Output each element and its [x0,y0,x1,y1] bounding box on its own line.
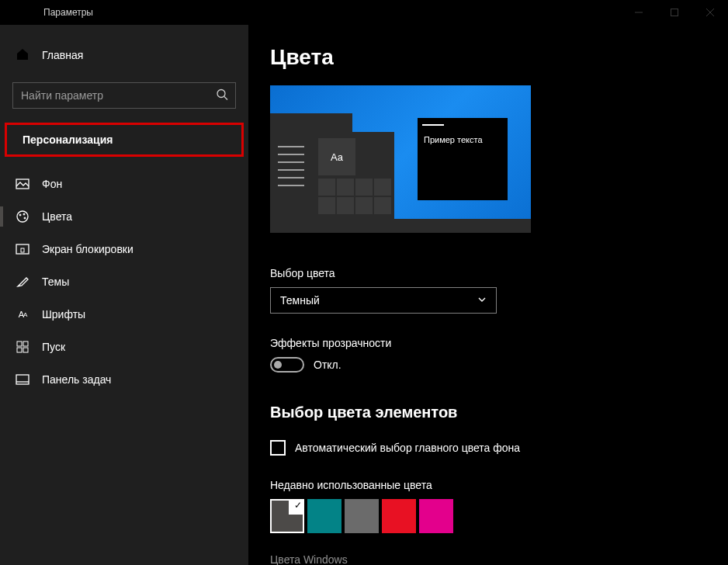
auto-color-checkbox[interactable] [270,440,286,456]
transparency-label: Эффекты прозрачности [270,337,728,349]
page-title: Цвета [270,45,728,70]
transparency-toggle[interactable] [270,357,304,373]
svg-rect-17 [16,375,29,384]
preview-aa-tile: Aa [318,138,355,175]
color-swatch[interactable] [382,499,416,533]
chevron-down-icon [477,294,487,307]
brush-icon [16,275,29,289]
windows-colors-label: Цвета Windows [270,553,728,565]
font-icon: AA [16,307,29,321]
color-swatch[interactable] [270,499,304,533]
nav-label: Шрифты [42,308,85,321]
home-icon [16,47,29,64]
minimize-button[interactable] [621,0,657,25]
nav-label: Цвета [42,210,72,223]
svg-rect-14 [23,341,28,346]
sidebar-item-background[interactable]: Фон [0,168,248,200]
nav-label: Фон [42,178,62,190]
color-mode-value: Темный [280,294,320,307]
sidebar-item-taskbar[interactable]: Панель задач [0,363,248,396]
svg-rect-16 [23,348,28,352]
search-field[interactable] [12,82,236,109]
color-swatch[interactable] [419,499,453,533]
nav-label: Темы [42,276,69,288]
picture-icon [16,177,29,191]
maximize-button[interactable] [657,0,692,25]
svg-point-9 [23,213,25,215]
sidebar-item-colors[interactable]: Цвета [0,200,248,233]
preview-start-menu: Aa [270,132,394,219]
auto-color-label: Автоматический выбор главного цвета фона [295,442,520,454]
preview-window: Пример текста [418,118,508,200]
svg-rect-12 [21,248,24,252]
nav-label: Пуск [42,341,65,353]
sidebar-item-fonts[interactable]: AA Шрифты [0,298,248,331]
search-input[interactable] [12,82,236,109]
recent-colors-label: Недавно использованные цвета [270,479,728,491]
sidebar: Главная Персонализация Фон Цвета Экран б… [0,25,248,565]
window-title: Параметры [43,7,93,18]
sidebar-item-start[interactable]: Пуск [0,331,248,363]
accent-heading: Выбор цвета элементов [270,404,728,421]
section-label: Персонализация [23,133,113,146]
section-personalization[interactable]: Персонализация [5,123,244,157]
nav-label: Экран блокировки [42,243,133,255]
window-buttons [621,0,728,25]
preview-sample-text: Пример текста [424,135,483,144]
nav-label: Панель задач [42,373,111,386]
titlebar: Параметры [0,0,728,25]
home-link[interactable]: Главная [0,39,248,71]
color-swatch[interactable] [345,499,379,533]
recent-colors [270,499,728,533]
color-swatch[interactable] [307,499,341,533]
svg-rect-15 [17,348,22,352]
transparency-state: Откл. [314,359,341,371]
palette-icon [16,210,29,224]
close-button[interactable] [692,0,728,25]
start-icon [16,340,29,354]
sidebar-item-lockscreen[interactable]: Экран блокировки [0,233,248,265]
lockscreen-icon [16,242,29,256]
main-content: Цвета Aa Пример текста Выбор цвета Темны… [248,25,728,565]
taskbar-icon [16,373,29,386]
svg-point-7 [17,211,28,222]
sidebar-item-themes[interactable]: Темы [0,265,248,298]
color-mode-label: Выбор цвета [270,267,728,279]
svg-rect-1 [671,9,678,16]
svg-rect-13 [17,341,22,346]
theme-preview: Aa Пример текста [270,85,531,233]
color-mode-select[interactable]: Темный [270,287,497,314]
svg-point-10 [24,217,26,219]
home-label: Главная [42,49,83,61]
svg-point-8 [19,214,21,216]
